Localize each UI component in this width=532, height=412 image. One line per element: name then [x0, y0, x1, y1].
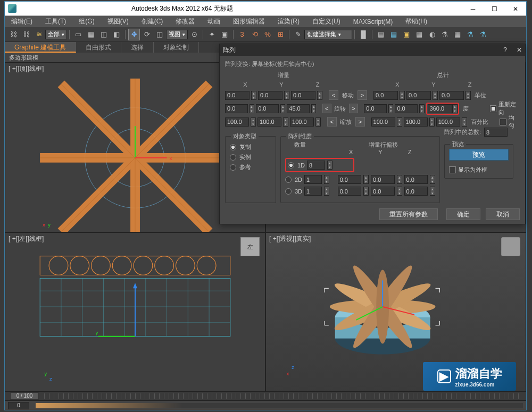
unlink-icon[interactable]: ⛓ — [20, 29, 32, 40]
display-wire-check[interactable]: 显示为外框 — [449, 166, 509, 174]
scale-z-inc[interactable]: 100.0 — [290, 117, 314, 127]
radio-reference[interactable]: 参考 — [230, 163, 271, 171]
rotate-icon[interactable]: ⟳ — [141, 29, 153, 40]
menu-tools[interactable]: 工具(T) — [39, 17, 72, 26]
scale-swap-left[interactable]: < — [327, 117, 337, 127]
menu-help[interactable]: 帮助(H) — [399, 17, 434, 26]
radio-1d[interactable]: 1D — [288, 162, 305, 169]
select-rect-icon[interactable]: ▦ — [85, 29, 97, 40]
rotate-x-tot[interactable]: 0.0 — [364, 104, 387, 113]
move-z-tot[interactable]: 0.0 — [439, 91, 464, 100]
scale-icon[interactable]: ◫ — [154, 29, 165, 40]
rotate-swap-right[interactable]: > — [349, 104, 358, 113]
render-setup-icon[interactable]: ⚗ — [439, 29, 451, 40]
menu-customize[interactable]: 自定义(U) — [306, 17, 347, 26]
dialog-close-button[interactable]: ✕ — [517, 46, 522, 54]
timeline[interactable]: 0 / 100 — [5, 392, 526, 400]
rotate-z-inc[interactable]: 45.0 — [287, 104, 310, 113]
rotate-z-tot[interactable]: 360.0 — [428, 104, 452, 113]
preview-button[interactable]: 预览 — [449, 149, 509, 161]
rotate-swap-left[interactable]: < — [322, 104, 331, 113]
snap-percent-icon[interactable]: % — [262, 29, 273, 40]
rotate-x-inc[interactable]: 0.0 — [225, 104, 248, 113]
menu-maxscript[interactable]: MAXScript(M) — [347, 18, 400, 26]
count-1d[interactable]: 8 — [307, 161, 325, 170]
scale-x-tot[interactable]: 100.0 — [371, 117, 395, 127]
tab-graphite[interactable]: Graphite 建模工具 — [5, 42, 76, 53]
radio-copy[interactable]: 复制 — [230, 143, 271, 151]
scale-x-inc[interactable]: 100.0 — [225, 117, 249, 127]
viewcube-persp[interactable] — [501, 237, 520, 256]
dialog-help-button[interactable]: ? — [503, 46, 507, 54]
menubar[interactable]: 编辑(E) 工具(T) 组(G) 视图(V) 创建(C) 修改器 动画 图形编辑… — [5, 16, 526, 27]
move-z-inc[interactable]: 0.0 — [291, 91, 315, 100]
radio-instance[interactable]: 实例 — [230, 153, 271, 161]
cancel-button[interactable]: 取消 — [486, 208, 520, 220]
tab-select[interactable]: 选择 — [121, 42, 154, 53]
count-3d[interactable]: 1 — [304, 187, 322, 196]
layer-filter[interactable]: 全部 — [45, 30, 67, 39]
rotate-y-tot[interactable]: 0.0 — [395, 104, 418, 113]
bind-icon[interactable]: ≋ — [33, 29, 45, 40]
menu-edit[interactable]: 编辑(E) — [5, 17, 39, 26]
material-icon[interactable]: ◐ — [426, 29, 438, 40]
menu-create[interactable]: 创建(C) — [135, 17, 170, 26]
tab-freeform[interactable]: 自由形式 — [76, 42, 121, 53]
close-button[interactable]: ✕ — [505, 2, 526, 16]
move-x-inc[interactable]: 0.0 — [225, 91, 250, 100]
frame-number[interactable]: 0 — [8, 402, 29, 409]
offset-2d-z[interactable]: 0.0 — [404, 175, 428, 184]
viewcube-left[interactable]: 左 — [240, 237, 260, 256]
radio-2d[interactable]: 2D — [285, 176, 302, 183]
minimize-button[interactable]: ─ — [462, 2, 484, 16]
snap-angle-icon[interactable]: ⟲ — [249, 29, 261, 40]
reset-button[interactable]: 重置所有参数 — [379, 208, 438, 220]
align-icon[interactable]: ▤ — [375, 29, 387, 40]
scale-swap-right[interactable]: > — [355, 117, 365, 127]
offset-2d-x[interactable]: 0.0 — [338, 175, 362, 184]
ok-button[interactable]: 确定 — [446, 208, 480, 220]
scale-y-tot[interactable]: 100.0 — [404, 117, 428, 127]
curve-editor-icon[interactable]: ▣ — [401, 29, 412, 40]
manip-icon[interactable]: ✦ — [206, 29, 218, 40]
move-icon[interactable]: ✥ — [128, 29, 140, 40]
menu-modifiers[interactable]: 修改器 — [169, 17, 201, 26]
offset-3d-z[interactable]: 0.0 — [404, 187, 428, 196]
select-paint-icon[interactable]: ◫ — [98, 29, 110, 40]
viewport-left[interactable]: [ +[]左[]线框] 左 — [5, 232, 265, 392]
menu-grapheditors[interactable]: 图形编辑器 — [227, 17, 271, 26]
scale-y-inc[interactable]: 100.0 — [257, 117, 281, 127]
move-y-tot[interactable]: 0.0 — [406, 91, 431, 100]
link-icon[interactable]: ⛓ — [7, 29, 19, 40]
menu-group[interactable]: 组(G) — [72, 17, 101, 26]
count-2d[interactable]: 1 — [304, 175, 322, 184]
offset-2d-y[interactable]: 0.0 — [371, 175, 395, 184]
radio-3d[interactable]: 3D — [285, 188, 302, 195]
rotate-y-inc[interactable]: 0.0 — [256, 104, 279, 113]
pivot-icon[interactable]: ⊙ — [188, 29, 200, 40]
quick-render-icon[interactable]: ⚗ — [477, 29, 489, 40]
render-icon[interactable]: ⚗ — [464, 29, 476, 40]
time-slider[interactable]: 0 / 100 — [10, 392, 39, 400]
menu-animation[interactable]: 动画 — [201, 17, 227, 26]
menu-view[interactable]: 视图(V) — [101, 17, 135, 26]
move-x-tot[interactable]: 0.0 — [373, 91, 398, 100]
scale-z-tot[interactable]: 100.0 — [436, 117, 460, 127]
layers-icon[interactable]: ▤ — [388, 29, 400, 40]
named-sel-set[interactable]: 创建选择集 — [304, 30, 352, 39]
ref-coord[interactable]: 视图 — [166, 30, 188, 39]
snap-spinner-icon[interactable]: ⊞ — [275, 29, 286, 40]
named-sel-icon[interactable]: ✎ — [292, 29, 304, 40]
select-icon[interactable]: ▭ — [72, 29, 84, 40]
render-frame-icon[interactable]: ▦ — [452, 29, 463, 40]
snap-2d-icon[interactable]: 3 — [236, 29, 248, 40]
menu-render[interactable]: 渲染(R) — [271, 17, 306, 26]
offset-3d-y[interactable]: 0.0 — [371, 187, 395, 196]
move-swap-right[interactable]: > — [358, 90, 367, 100]
keymode-icon[interactable]: ▣ — [219, 29, 230, 40]
move-y-inc[interactable]: 0.0 — [258, 91, 282, 100]
tab-paint[interactable]: 对象绘制 — [154, 42, 199, 53]
mirror-icon[interactable]: ▐▌ — [358, 29, 369, 40]
maximize-button[interactable]: ☐ — [484, 2, 505, 16]
schematic-icon[interactable]: ▦ — [413, 29, 425, 40]
